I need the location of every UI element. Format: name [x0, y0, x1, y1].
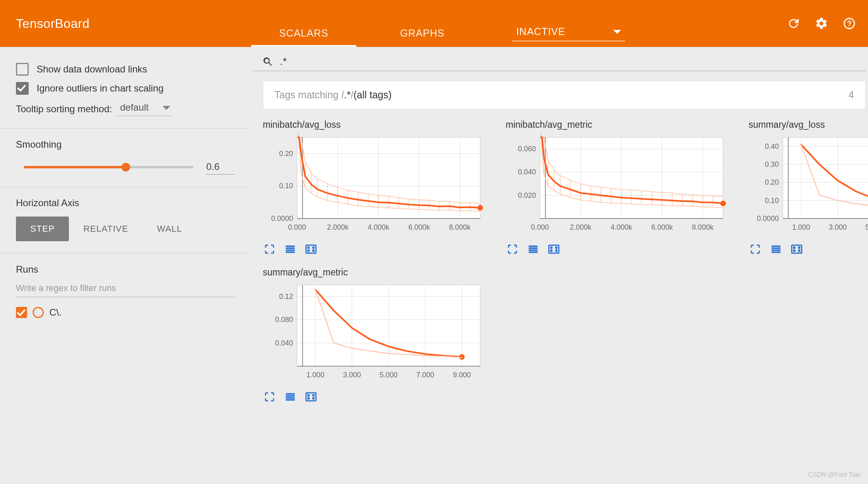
- svg-text:0.000: 0.000: [531, 223, 549, 231]
- svg-text:5.000: 5.000: [865, 223, 868, 231]
- tag-section-header[interactable]: Tags matching / .* / (all tags) 4: [263, 81, 866, 109]
- svg-point-120: [799, 247, 800, 249]
- run-checkbox-icon[interactable]: [16, 307, 27, 318]
- fit-icon[interactable]: [790, 243, 803, 255]
- fit-icon[interactable]: [304, 391, 318, 403]
- checkbox-unchecked-icon[interactable]: [16, 63, 29, 76]
- svg-point-121: [794, 250, 795, 252]
- svg-text:2.000k: 2.000k: [570, 223, 592, 231]
- axis-wall-button[interactable]: WALL: [143, 217, 196, 241]
- svg-text:3.000: 3.000: [829, 223, 846, 231]
- svg-rect-89: [549, 245, 559, 253]
- runs-label: Runs: [16, 264, 235, 275]
- list-icon[interactable]: [769, 243, 783, 255]
- chart-tool-row: [263, 391, 498, 403]
- tag-filter-row: [252, 47, 866, 71]
- svg-text:0.20: 0.20: [279, 150, 293, 158]
- top-bar: TensorBoard SCALARS GRAPHS INACTIVE: [0, 0, 868, 47]
- svg-point-90: [551, 247, 552, 249]
- app-title: TensorBoard: [16, 16, 90, 31]
- svg-text:8.000k: 8.000k: [449, 223, 471, 231]
- svg-text:0.20: 0.20: [765, 178, 779, 186]
- fit-icon[interactable]: [304, 243, 318, 255]
- tag-header-suffix2: (all tags): [354, 89, 392, 101]
- chart-tool-row: [749, 243, 868, 255]
- refresh-icon[interactable]: [787, 17, 800, 30]
- tag-header-prefix: Tags matching /: [274, 89, 344, 101]
- axis-relative-button[interactable]: RELATIVE: [69, 217, 143, 241]
- tag-filter-input[interactable]: [279, 55, 857, 68]
- inactive-label: INACTIVE: [516, 26, 565, 37]
- svg-text:7.000: 7.000: [416, 371, 434, 379]
- fit-icon[interactable]: [547, 243, 561, 255]
- svg-point-144: [308, 395, 309, 396]
- svg-text:0.0000: 0.0000: [757, 215, 779, 222]
- svg-point-46: [313, 250, 315, 252]
- watermark: CSDN @Font Tian: [808, 471, 861, 478]
- tag-header-suffix1: /: [351, 89, 354, 101]
- svg-point-145: [313, 395, 315, 396]
- horizontal-axis-label: Horizontal Axis: [16, 197, 235, 209]
- svg-text:0.10: 0.10: [279, 182, 293, 190]
- axis-step-button[interactable]: STEP: [16, 217, 69, 241]
- run-row[interactable]: C\.: [16, 307, 235, 318]
- svg-point-122: [799, 250, 800, 252]
- expand-icon[interactable]: [506, 243, 519, 255]
- list-icon[interactable]: [283, 391, 297, 403]
- run-color-circle-icon: [33, 307, 44, 318]
- svg-rect-94: [783, 137, 868, 219]
- chart-plot[interactable]: 0.00000.100.200.300.401.0003.0005.0007.0…: [749, 133, 868, 237]
- chart-title: minibatch/avg_metric: [506, 119, 741, 130]
- svg-text:0.020: 0.020: [518, 191, 536, 199]
- chart-card: summary/avg_metric 0.0400.0800.121.0003.…: [263, 267, 498, 403]
- chart-plot[interactable]: 0.0400.0800.121.0003.0005.0007.0009.000: [263, 281, 498, 384]
- help-icon[interactable]: [843, 17, 856, 30]
- expand-icon[interactable]: [263, 391, 276, 403]
- ignore-outliers-row[interactable]: Ignore outliers in chart scaling: [16, 82, 235, 95]
- svg-text:4.000k: 4.000k: [368, 223, 389, 231]
- svg-text:3.000: 3.000: [343, 371, 361, 379]
- svg-text:0.30: 0.30: [765, 160, 779, 168]
- expand-icon[interactable]: [263, 243, 276, 255]
- svg-point-119: [794, 247, 795, 249]
- svg-point-43: [308, 247, 309, 249]
- svg-text:9.000: 9.000: [453, 371, 471, 379]
- smoothing-row: 0.6: [16, 160, 235, 175]
- svg-text:0.000: 0.000: [288, 223, 306, 231]
- show-download-links-label: Show data download links: [37, 64, 147, 75]
- smoothing-slider[interactable]: [24, 166, 194, 168]
- svg-text:0.080: 0.080: [275, 316, 293, 324]
- tooltip-sorting-select[interactable]: default: [117, 102, 172, 116]
- main-pane: Tags matching / .* / (all tags) 4 miniba…: [251, 47, 868, 484]
- list-icon[interactable]: [283, 243, 297, 255]
- ignore-outliers-label: Ignore outliers in chart scaling: [37, 83, 164, 94]
- chevron-down-icon: [613, 30, 621, 34]
- search-icon: [262, 56, 274, 68]
- chart-tool-row: [263, 243, 498, 255]
- inactive-dropdown[interactable]: INACTIVE: [512, 26, 625, 41]
- list-icon[interactable]: [526, 243, 540, 255]
- tab-scalars[interactable]: SCALARS: [251, 27, 356, 47]
- chart-plot[interactable]: 0.0200.0400.0600.0002.000k4.000k6.000k8.…: [506, 133, 741, 237]
- checkbox-checked-icon[interactable]: [16, 82, 29, 95]
- svg-text:6.000k: 6.000k: [651, 223, 673, 231]
- svg-point-44: [313, 247, 315, 249]
- header-tabs: SCALARS GRAPHS INACTIVE: [251, 0, 625, 47]
- smoothing-value-input[interactable]: 0.6: [205, 160, 235, 175]
- gear-icon[interactable]: [815, 17, 828, 30]
- chart-plot[interactable]: 0.00000.100.200.0002.000k4.000k6.000k8.0…: [263, 133, 498, 237]
- tab-graphs[interactable]: GRAPHS: [372, 27, 473, 47]
- svg-rect-118: [792, 245, 802, 253]
- svg-point-92: [551, 250, 552, 252]
- tooltip-sorting-label: Tooltip sorting method:: [16, 103, 112, 115]
- svg-text:0.40: 0.40: [765, 142, 779, 150]
- runs-filter-input[interactable]: [16, 280, 235, 297]
- horizontal-axis-buttons: STEP RELATIVE WALL: [16, 217, 235, 241]
- expand-icon[interactable]: [749, 243, 762, 255]
- svg-text:8.000k: 8.000k: [692, 223, 714, 231]
- svg-text:2.000k: 2.000k: [327, 223, 349, 231]
- show-download-links-row[interactable]: Show data download links: [16, 63, 235, 76]
- svg-point-93: [556, 250, 557, 252]
- svg-text:0.040: 0.040: [275, 339, 293, 347]
- slider-thumb-icon[interactable]: [121, 163, 130, 172]
